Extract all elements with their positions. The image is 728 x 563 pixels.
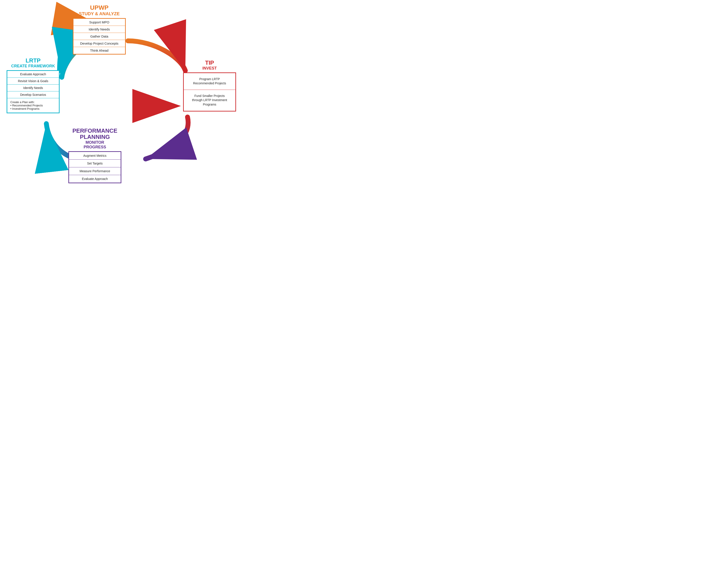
perf-item-4: Evaluate Approach — [69, 175, 121, 182]
lrtp-box: Evaluate Approach Revisit Vision & Goals… — [7, 70, 60, 113]
lrtp-title: LRTP — [7, 57, 60, 64]
tip-section: TIP INVEST Program LRTPRecommended Proje… — [183, 60, 236, 111]
lrtp-item-2: Revisit Vision & Goals — [7, 78, 59, 85]
perf-item-2: Set Targets — [69, 160, 121, 167]
tip-subtitle: INVEST — [183, 66, 236, 71]
perf-box: Augment Metrics Set Targets Measure Perf… — [68, 151, 121, 183]
perf-subtitle: MONITORPROGRESS — [68, 140, 121, 149]
perf-section: PERFORMANCEPLANNING MONITORPROGRESS Augm… — [68, 128, 121, 183]
perf-item-1: Augment Metrics — [69, 152, 121, 160]
lrtp-item-3: Identify Needs — [7, 85, 59, 91]
upwp-item-4: Develop Project Concepts — [73, 40, 125, 47]
upwp-item-1: Support MPO — [73, 19, 125, 26]
upwp-item-3: Gather Data — [73, 33, 125, 40]
lrtp-item-1: Evaluate Approach — [7, 71, 59, 78]
lrtp-item-5: Create a Plan with:• Recommended Project… — [7, 98, 59, 113]
upwp-title: UPWP — [73, 4, 126, 11]
lrtp-section: LRTP CREATE FRAMEWORK Evaluate Approach … — [7, 57, 60, 113]
perf-item-3: Measure Performance — [69, 167, 121, 175]
upwp-box: Support MPO Identify Needs Gather Data D… — [73, 18, 126, 55]
upwp-item-5: Think Ahead — [73, 47, 125, 54]
tip-item-2: Fund Smaller Projectsthrough LRTP Invest… — [184, 90, 235, 111]
perf-title: PERFORMANCEPLANNING — [68, 128, 121, 140]
upwp-section: UPWP STUDY & ANALYZE Support MPO Identif… — [73, 4, 126, 55]
tip-box: Program LRTPRecommended Projects Fund Sm… — [183, 72, 236, 111]
upwp-subtitle: STUDY & ANALYZE — [73, 11, 126, 16]
lrtp-subtitle: CREATE FRAMEWORK — [7, 64, 60, 68]
diagram-container: UPWP STUDY & ANALYZE Support MPO Identif… — [0, 0, 243, 188]
upwp-item-2: Identify Needs — [73, 26, 125, 33]
tip-item-1: Program LRTPRecommended Projects — [184, 73, 235, 90]
lrtp-item-4: Develop Scenarios — [7, 91, 59, 98]
tip-title: TIP — [183, 60, 236, 66]
